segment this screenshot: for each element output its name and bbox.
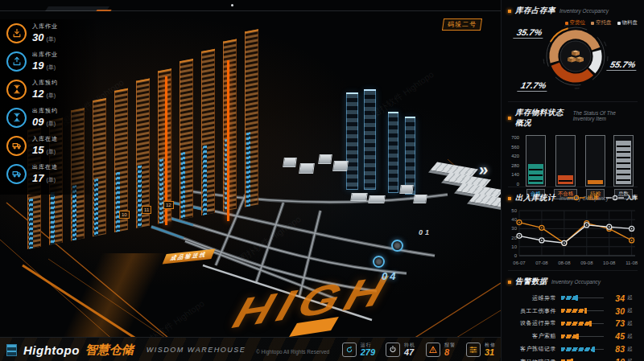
brand-machine-icon [6, 344, 17, 356]
sidebar-item-value-row: 19(单) [32, 59, 58, 72]
workstation-machine [299, 163, 315, 174]
alert-unit: 起 [627, 346, 638, 353]
sidebar-item-5[interactable]: 出库在途17(单) [6, 163, 100, 184]
agv-marker[interactable] [373, 256, 385, 268]
sidebar-item-4[interactable]: 入库在途15(单) [6, 135, 100, 156]
alert-row-0: 运维异常34起 [508, 292, 638, 305]
agv-marker[interactable] [391, 240, 403, 252]
rack-blue-pallets [181, 152, 185, 219]
legend-item-2[interactable]: 物料盘 [617, 19, 638, 27]
kpi-sidebar: 入库作业30(单)出库作业19(单)入库预约12(单)出库预约09(单)入库在途… [0, 19, 100, 195]
power-icon [388, 345, 398, 355]
status-bar-box [555, 135, 576, 187]
title-bullet [508, 281, 511, 284]
workstation-machine [283, 158, 297, 167]
sidebar-item-value: 19 [32, 59, 43, 72]
panel-title-row: 告警数据 Inventory Occupancy [508, 271, 638, 287]
legend-label: 空托盘 [596, 19, 612, 27]
truck-icon [11, 140, 23, 151]
sidebar-item-unit: (单) [46, 120, 56, 128]
panel-collapse-arrow-icon[interactable]: » [478, 160, 489, 179]
alert-bar-fill [561, 322, 590, 326]
flow-legend: 出库入库 [568, 194, 638, 202]
legend-item-1[interactable]: 空托盘 [591, 19, 612, 27]
svg-text:40: 40 [511, 217, 517, 222]
sidebar-item-2[interactable]: 入库预约12(单) [6, 79, 100, 100]
sidebar-item-1[interactable]: 出库作业19(单) [6, 51, 100, 72]
legend-label: 物料盘 [622, 19, 638, 27]
rack-blue-pallets [246, 133, 250, 207]
rack-number-chip: 10 [119, 211, 130, 219]
scene-equipment-tag[interactable]: 码垛二号 [442, 18, 482, 31]
inout-line-chart: 0102030405006-0707-0808-0809-0810-0811-0… [508, 206, 638, 269]
alert-value: 83 [609, 344, 625, 354]
status-icon-box [426, 343, 440, 357]
flow-legend-1[interactable]: 入库 [606, 194, 638, 202]
equipment-status-1[interactable]: 待机47 [386, 343, 415, 357]
sidebar-item-value-row: 17(单) [32, 172, 58, 184]
alert-rows: 运维异常34起员工工伤事件30起设备运行异常73起客户索赔45起客户拣错记录83… [508, 292, 638, 361]
alert-bar-cap [576, 295, 578, 301]
status-bar-fill [558, 175, 573, 184]
legend-line-icon [568, 195, 585, 201]
sidebar-item-value: 09 [32, 116, 43, 128]
alert-row-4: 客户拣错记录83起 [508, 343, 638, 355]
series-出库 [519, 223, 632, 244]
top-frame [0, 0, 501, 13]
right-panel: 库存占存率 Inventory Occupancy 空货位空托盘物料盘 35.7… [501, 0, 644, 361]
rack-blue-pallets [51, 191, 55, 244]
equipment-status-0[interactable]: 运行279 [342, 343, 375, 357]
sidebar-item-text: 出库预约09(单) [32, 107, 58, 128]
alert-bar-fill [561, 309, 585, 313]
top-frame-accent [96, 10, 111, 11]
alert-bar-track[interactable] [561, 295, 604, 301]
panel-subtitle: The Status Of The Inventory Item [573, 110, 638, 121]
rack-blue-pallets [203, 146, 207, 215]
svg-text:09-08: 09-08 [580, 260, 593, 265]
alert-bar-track[interactable] [561, 334, 604, 339]
sidebar-item-label: 入库预约 [32, 79, 58, 87]
sidebar-item-label: 入库在途 [32, 135, 58, 143]
svg-text:10: 10 [511, 244, 517, 249]
alert-bar-track[interactable] [561, 308, 604, 314]
alert-label: 客户索赔 [508, 332, 556, 340]
rack-number-chip: 12 [163, 201, 174, 209]
workstation-machine [350, 193, 367, 201]
donut-callout-empty-slot: 35.7% [513, 27, 546, 39]
donut-segment-物料盘[interactable] [592, 51, 597, 70]
equipment-status-3[interactable]: 检修31 [466, 343, 496, 357]
title-bullet [508, 117, 511, 120]
sidebar-item-text: 出库作业19(单) [32, 51, 58, 72]
alert-value: 30 [609, 306, 625, 316]
warehouse-dashboard: 码垛二号 成品输送线 HIGH 01 04 101112 图扑软件 Highto… [0, 0, 644, 361]
elevator-tower [364, 90, 376, 190]
svg-text:50: 50 [511, 208, 517, 213]
zone-marker-01[interactable]: 01 [419, 228, 431, 236]
rack-blue-pallets [116, 172, 120, 232]
svg-text:30: 30 [511, 226, 517, 231]
elevator-tower [405, 117, 415, 195]
status-text: 运行279 [361, 343, 375, 357]
legend-item-0[interactable]: 空货位 [565, 19, 586, 27]
alert-row-2: 设备运行异常73起 [508, 318, 638, 330]
workstation-machine [332, 161, 349, 171]
svg-text:07-08: 07-08 [535, 260, 548, 265]
stacker-crane-mast [227, 60, 229, 221]
status-bar-box [526, 135, 546, 187]
alert-row-5: 产品故障记录10起 [508, 355, 638, 361]
equipment-status-2[interactable]: 报警8 [426, 343, 456, 357]
panel-title: 库存物料状态概况 [515, 108, 569, 129]
y-tick-label: 140 [508, 172, 519, 177]
alert-row-3: 客户索赔45起 [508, 330, 638, 343]
status-bar-fill [616, 141, 631, 184]
alert-bar-track[interactable] [561, 347, 604, 352]
legend-dot [617, 22, 621, 25]
status-value: 279 [361, 348, 375, 357]
flow-legend-0[interactable]: 出库 [568, 194, 599, 202]
status-icon-box [466, 343, 481, 357]
sidebar-item-3[interactable]: 出库预约09(单) [6, 107, 100, 128]
sidebar-item-0[interactable]: 入库作业30(单) [6, 23, 100, 43]
alert-bar-track[interactable] [561, 321, 604, 326]
zone-marker-04[interactable]: 04 [382, 270, 398, 282]
sidebar-item-unit: (单) [46, 35, 56, 43]
